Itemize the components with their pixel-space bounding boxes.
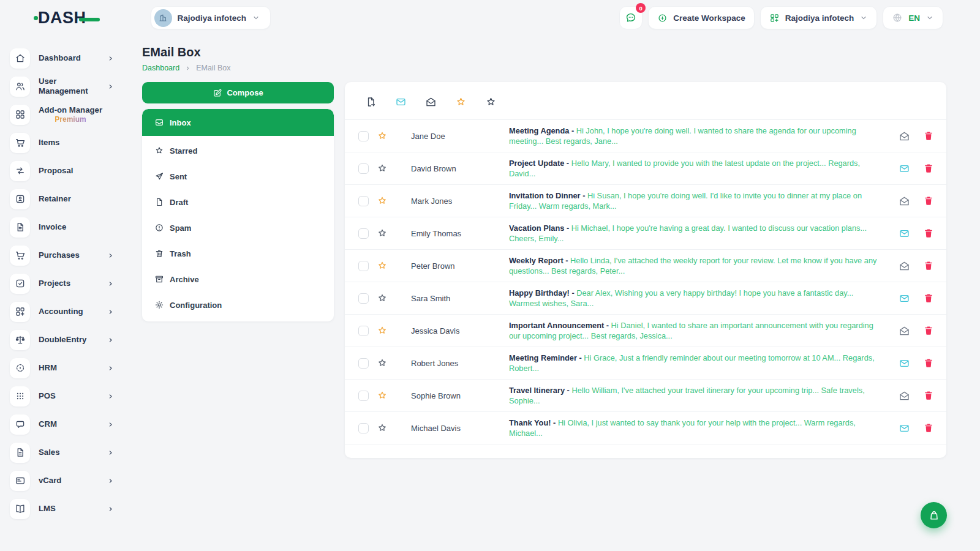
delete-icon[interactable] [923,130,934,141]
star-icon[interactable] [377,358,388,369]
delete-icon[interactable] [923,390,934,401]
folder-item-archive[interactable]: Archive [142,266,334,292]
delete-icon[interactable] [923,195,934,206]
email-row[interactable]: David Brown Project Update - Hello Mary,… [345,152,946,185]
star-icon[interactable] [377,163,388,174]
star-icon[interactable] [377,228,388,239]
email-row[interactable]: Jessica Davis Important Announcement - H… [345,315,946,347]
email-snippet: Invitation to Dinner - Hi Susan, I hope … [509,190,881,211]
brand-logo[interactable]: DASH [34,9,100,28]
email-checkbox[interactable] [358,423,369,433]
delete-icon[interactable] [923,260,934,271]
folder-item-spam[interactable]: Spam [142,215,334,241]
breadcrumb: Dashboard EMail Box [142,64,946,72]
breadcrumb-dashboard-link[interactable]: Dashboard [142,64,179,72]
envelope-icon[interactable] [899,260,910,272]
envelope-icon[interactable] [899,163,910,174]
sidebar-item-icon [10,274,30,294]
folder-item-configuration[interactable]: Configuration [142,292,334,318]
email-row[interactable]: Michael Davis Thank You! - Hi Olivia, I … [345,412,946,444]
sidebar-item-crm[interactable]: CRM [0,410,126,438]
envelope-icon[interactable] [899,130,910,142]
create-workspace-button[interactable]: Create Workspace [648,6,755,29]
workspace-switcher[interactable]: Rajodiya infotech [151,6,271,29]
email-row[interactable]: Sara Smith Happy Birthday! - Dear Alex, … [345,282,946,315]
email-checkbox[interactable] [358,163,369,174]
sidebar-item-icon [10,414,30,435]
email-row[interactable]: Jane Doe Meeting Agenda - Hi John, I hop… [345,120,946,152]
language-selector[interactable]: EN [883,6,943,29]
messages-button[interactable]: 0 [619,6,643,29]
envelope-icon[interactable] [899,390,910,402]
delete-icon[interactable] [923,163,934,174]
email-snippet: Weekly Report - Hello Linda, I've attach… [509,255,881,276]
email-checkbox[interactable] [358,391,369,401]
sidebar-item-dashboard[interactable]: Dashboard [0,44,126,72]
folder-item-sent[interactable]: Sent [142,163,334,189]
email-row[interactable]: Peter Brown Weekly Report - Hello Linda,… [345,250,946,282]
sidebar-item-projects[interactable]: Projects [0,269,126,298]
star-icon[interactable] [377,422,388,433]
email-checkbox[interactable] [358,196,369,206]
delete-icon[interactable] [923,358,934,369]
toolbar-export-emails[interactable] [365,96,377,108]
toolbar-star-selected[interactable] [455,96,467,108]
star-icon[interactable] [377,390,388,401]
folder-item-inbox[interactable]: Inbox [142,109,334,136]
sidebar-item-items[interactable]: Items [0,129,126,157]
sidebar-item-label: Retainer [39,194,71,204]
sidebar-item-icon [10,386,30,407]
email-checkbox[interactable] [358,326,369,336]
folder-label: Archive [170,275,199,284]
sidebar-item-lms[interactable]: LMS [0,495,126,523]
star-icon[interactable] [377,325,388,336]
sidebar-item-vcard[interactable]: vCard [0,467,126,495]
delete-icon[interactable] [923,422,934,433]
envelope-icon[interactable] [899,422,910,434]
toolbar-mark-read[interactable] [425,96,437,108]
sidebar-item-retainer[interactable]: Retainer [0,185,126,213]
email-checkbox[interactable] [358,131,369,141]
email-checkbox[interactable] [358,358,369,369]
email-checkbox[interactable] [358,293,369,304]
envelope-icon[interactable] [899,325,910,337]
envelope-icon[interactable] [899,228,910,239]
sidebar-item-accounting[interactable]: Accounting [0,298,126,326]
email-row[interactable]: Sophie Brown Travel Itinerary - Hello Wi… [345,380,946,412]
sidebar-item-sales[interactable]: Sales [0,438,126,467]
sidebar-item-label: Invoice [39,222,66,232]
star-icon[interactable] [377,195,388,206]
folder-item-trash[interactable]: Trash [142,241,334,266]
store-fab-button[interactable] [921,502,947,528]
email-subject: Happy Birthday! - [509,288,576,298]
compose-button[interactable]: Compose [142,82,334,103]
sidebar-item-add-on-manager[interactable]: Add-on Manager Premium [0,100,126,129]
toolbar-mark-unread[interactable] [395,96,407,108]
delete-icon[interactable] [923,228,934,239]
star-icon[interactable] [377,260,388,271]
delete-icon[interactable] [923,293,934,304]
envelope-icon[interactable] [899,358,910,369]
sidebar-item-user-management[interactable]: User Management [0,72,126,100]
sidebar-item-hrm[interactable]: HRM [0,354,126,382]
email-row[interactable]: Mark Jones Invitation to Dinner - Hi Sus… [345,185,946,217]
envelope-icon[interactable] [899,195,910,207]
sidebar-item-pos[interactable]: POS [0,382,126,410]
envelope-icon[interactable] [899,293,910,304]
star-icon[interactable] [377,130,388,141]
folder-item-starred[interactable]: Starred [142,138,334,163]
top-header: DASH Rajodiya infotech 0 Create Workspac… [0,0,980,36]
toolbar-unstar-selected[interactable] [485,96,497,108]
folder-item-draft[interactable]: Draft [142,189,334,215]
delete-icon[interactable] [923,325,934,336]
email-row[interactable]: Emily Thomas Vacation Plans - Hi Michael… [345,217,946,250]
workspace-dropdown[interactable]: Rajodiya infotech [760,6,878,29]
star-icon[interactable] [377,293,388,304]
email-row[interactable]: Robert Jones Meeting Reminder - Hi Grace… [345,347,946,380]
sidebar-item-proposal[interactable]: Proposal [0,157,126,185]
email-checkbox[interactable] [358,261,369,271]
sidebar-item-purchases[interactable]: Purchases [0,241,126,269]
sidebar-item-doubleentry[interactable]: DoubleEntry [0,326,126,354]
sidebar-item-invoice[interactable]: Invoice [0,213,126,241]
email-checkbox[interactable] [358,228,369,239]
